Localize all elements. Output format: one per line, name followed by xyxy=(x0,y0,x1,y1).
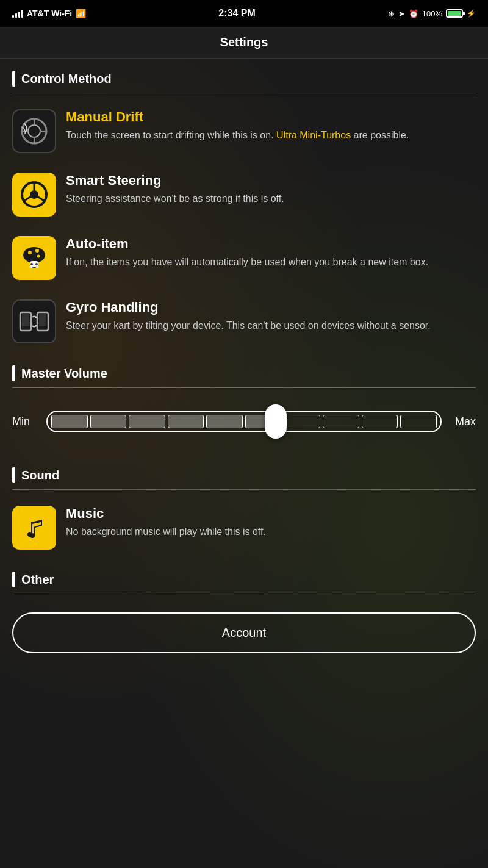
section-bar-control xyxy=(12,71,15,87)
music-item[interactable]: Music No background music will play whil… xyxy=(0,496,488,559)
signal-icon xyxy=(12,9,23,18)
smart-steering-icon xyxy=(12,173,56,217)
status-bar: AT&T Wi-Fi 📶 2:34 PM ⊕ ➤ ⏰ 100% ⚡ xyxy=(0,0,488,27)
page-title: Settings xyxy=(220,35,268,49)
svg-point-12 xyxy=(28,251,32,254)
time-display: 2:34 PM xyxy=(218,8,255,19)
sound-divider xyxy=(12,489,476,490)
slider-seg-1 xyxy=(51,415,88,428)
slider-seg-4 xyxy=(168,415,204,428)
wifi-icon: 📶 xyxy=(76,9,86,18)
master-volume-label: Master Volume xyxy=(21,367,107,381)
direction-icon: ➤ xyxy=(398,9,405,18)
other-label: Other xyxy=(21,573,54,587)
ultra-mini-turbos-link: Ultra Mini-Turbos xyxy=(276,130,351,140)
smart-steering-title: Smart Steering xyxy=(66,173,476,188)
sound-label: Sound xyxy=(21,468,59,482)
manual-drift-text: Manual Drift Touch the screen to start d… xyxy=(66,109,476,142)
gyro-handling-item[interactable]: Gyro Handling Steer your kart by tilting… xyxy=(0,290,488,353)
volume-section: Min xyxy=(0,394,488,455)
volume-max-label: Max xyxy=(451,415,476,428)
carrier-label: AT&T Wi-Fi xyxy=(27,9,72,18)
control-method-header: Control Method xyxy=(0,59,488,93)
auto-item-desc: If on, the items you have will automatic… xyxy=(66,256,476,269)
svg-point-14 xyxy=(37,255,40,258)
control-method-label: Control Method xyxy=(21,72,112,86)
location-icon: ⊕ xyxy=(388,9,395,18)
svg-point-16 xyxy=(30,263,33,265)
auto-item-icon xyxy=(12,236,56,280)
slider-seg-8 xyxy=(323,415,359,428)
svg-line-10 xyxy=(37,196,44,201)
gyro-handling-title: Gyro Handling xyxy=(66,299,476,315)
alarm-icon: ⏰ xyxy=(409,9,418,18)
slider-seg-10 xyxy=(400,415,437,428)
tire-svg xyxy=(19,116,49,146)
section-bar-other xyxy=(12,572,15,587)
gyro-handling-desc: Steer your kart by tilting your device. … xyxy=(66,319,476,332)
volume-row: Min xyxy=(12,406,476,437)
slider-thumb[interactable] xyxy=(265,404,287,439)
music-note-svg xyxy=(20,514,48,542)
account-button[interactable]: Account xyxy=(12,612,476,653)
svg-point-11 xyxy=(23,247,45,263)
svg-point-1 xyxy=(28,125,40,137)
slider-seg-9 xyxy=(362,415,398,428)
charging-icon: ⚡ xyxy=(467,9,476,18)
svg-rect-21 xyxy=(39,314,46,326)
battery-icon xyxy=(446,9,463,18)
account-section: Account xyxy=(0,600,488,665)
smart-steering-item[interactable]: Smart Steering Steering assistance won't… xyxy=(0,163,488,226)
gyro-handling-icon xyxy=(12,299,56,343)
sound-header: Sound xyxy=(0,455,488,489)
control-method-divider xyxy=(12,93,476,93)
svg-point-17 xyxy=(35,263,38,265)
manual-drift-desc: Touch the screen to start drifting while… xyxy=(66,129,476,142)
slider-seg-2 xyxy=(90,415,127,428)
battery-percent: 100% xyxy=(422,9,442,18)
nav-bar: Settings xyxy=(0,27,488,59)
steering-wheel-svg xyxy=(19,179,49,210)
manual-drift-item[interactable]: Manual Drift Touch the screen to start d… xyxy=(0,99,488,163)
music-desc: No background music will play while this… xyxy=(66,525,476,539)
slider-segments xyxy=(48,412,440,431)
music-icon xyxy=(12,506,56,550)
other-header: Other xyxy=(0,559,488,594)
gyro-svg xyxy=(18,305,51,338)
status-right: ⊕ ➤ ⏰ 100% ⚡ xyxy=(388,9,476,18)
volume-slider[interactable] xyxy=(46,406,442,437)
music-title: Music xyxy=(66,506,476,522)
slider-seg-7 xyxy=(284,415,321,428)
slider-seg-5 xyxy=(206,415,243,428)
status-left: AT&T Wi-Fi 📶 xyxy=(12,9,86,18)
manual-drift-title: Manual Drift xyxy=(66,109,476,125)
other-divider xyxy=(12,594,476,594)
slider-seg-3 xyxy=(129,415,165,428)
volume-min-label: Min xyxy=(12,415,37,428)
mushroom-svg xyxy=(19,243,49,273)
svg-line-9 xyxy=(24,196,31,201)
settings-content: Control Method Manual Drift Touch the sc… xyxy=(0,59,488,665)
slider-track xyxy=(46,411,442,432)
auto-item-text: Auto-item If on, the items you have will… xyxy=(66,236,476,269)
section-bar-sound xyxy=(12,467,15,483)
music-text: Music No background music will play whil… xyxy=(66,506,476,539)
manual-drift-icon xyxy=(12,109,56,153)
auto-item-item[interactable]: Auto-item If on, the items you have will… xyxy=(0,226,488,290)
svg-point-7 xyxy=(30,190,38,199)
master-volume-divider xyxy=(12,387,476,388)
section-bar-volume xyxy=(12,365,15,381)
svg-point-13 xyxy=(35,249,39,253)
gyro-handling-text: Gyro Handling Steer your kart by tilting… xyxy=(66,299,476,332)
auto-item-title: Auto-item xyxy=(66,236,476,252)
svg-rect-19 xyxy=(22,314,29,326)
master-volume-header: Master Volume xyxy=(0,353,488,387)
smart-steering-text: Smart Steering Steering assistance won't… xyxy=(66,173,476,206)
smart-steering-desc: Steering assistance won't be as strong i… xyxy=(66,192,476,206)
